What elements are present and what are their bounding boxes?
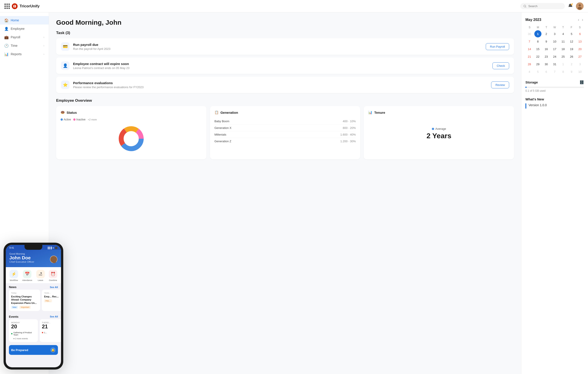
calendar-day[interactable]: 22 (534, 53, 541, 60)
calendar-day[interactable]: 8 (534, 38, 541, 45)
notification-bell[interactable] (568, 3, 573, 9)
calendar-day[interactable]: 8 (559, 68, 567, 75)
calendar-day[interactable]: 4 (559, 30, 567, 37)
phone-greeting: Good Morning (9, 252, 57, 255)
calendar-day[interactable]: 2 (543, 30, 550, 37)
generation-card-title: 📋 Generation (214, 110, 356, 114)
calendar-day[interactable]: 7 (551, 68, 558, 75)
sidebar-item-time[interactable]: 🕐 Time › (0, 42, 49, 50)
calendar-nav: ‹ › (577, 17, 584, 23)
workflow-icon: ⚡ (10, 270, 18, 278)
phone-icon-leave[interactable]: 🏖 Leave (36, 270, 45, 281)
be-prepared-button[interactable]: Be Prepared 🔔 (9, 345, 58, 355)
phone-icon-workflow[interactable]: ⚡ Workflow (10, 270, 18, 281)
event-item-1: 1... (42, 331, 61, 334)
whats-new-item: Version 1.0.0 (525, 103, 584, 109)
calendar-next-button[interactable]: › (581, 17, 584, 23)
sidebar-item-payroll[interactable]: 💼 Payroll › (0, 33, 49, 42)
calendar-day[interactable]: 27 (577, 53, 584, 60)
generation-rows: Baby Boom400 · 10%Generation X800 · 20%M… (214, 118, 356, 145)
event-card-monday: MONDAY 20 Gathering of Product Team ● 2 … (9, 319, 38, 342)
calendar-day[interactable]: 30 (543, 61, 550, 68)
events-see-all[interactable]: See All (50, 315, 58, 318)
tenure-label: Average (432, 127, 446, 130)
review-button[interactable]: Review (491, 82, 509, 88)
calendar-day[interactable]: 6 (543, 68, 550, 75)
calendar-day[interactable]: 6 (577, 30, 584, 37)
sidebar-item-home[interactable]: 🏠 Home (0, 16, 49, 24)
calendar-day[interactable]: 26 (568, 53, 575, 60)
calendar-day[interactable]: 21 (526, 53, 533, 60)
user-avatar[interactable] (576, 2, 584, 10)
phone-events-header: Events See All (6, 313, 61, 319)
calendar-day[interactable]: 31 (551, 61, 558, 68)
sidebar-item-employee[interactable]: 👤 Employee (0, 24, 49, 33)
more-events: ● 2 more events (11, 337, 36, 340)
status-legend: Active Inactive +2 more (61, 118, 202, 121)
run-payroll-button[interactable]: Run Payroll (486, 43, 509, 50)
calendar-day[interactable]: 12 (568, 38, 575, 45)
calendar-day[interactable]: 11 (559, 38, 567, 45)
calendar-day[interactable]: 14 (526, 45, 533, 52)
calendar-day[interactable]: 19 (568, 45, 575, 52)
calendar-day[interactable]: 20 (577, 45, 584, 52)
svg-point-11 (53, 258, 55, 260)
calendar-day[interactable]: 4 (526, 68, 533, 75)
calendar-day[interactable]: 23 (543, 53, 550, 60)
storage-bar (525, 87, 584, 88)
event-card-tuesday: TUESD... 21 1... (40, 319, 61, 342)
event-dot-green (11, 333, 12, 334)
calendar-day[interactable]: 13 (577, 38, 584, 45)
calendar-day[interactable]: 3 (551, 30, 558, 37)
search-bar[interactable] (520, 3, 565, 9)
calendar-day[interactable]: 3 (577, 61, 584, 68)
calendar-day[interactable]: 9 (568, 68, 575, 75)
calendar-day[interactable]: 18 (559, 45, 567, 52)
chevron-right-icon: › (43, 36, 44, 39)
tenure-center: Average 2 Years (368, 118, 510, 149)
calendar-day[interactable]: 16 (543, 45, 550, 52)
bell-icon: 🔔 (50, 347, 56, 353)
search-input[interactable] (528, 4, 562, 8)
grid-menu-icon[interactable] (4, 4, 10, 9)
status-card: 🍩 Status Active Inactive +2 more (56, 106, 207, 159)
calendar-day[interactable]: 9 (543, 38, 550, 45)
calendar-day[interactable]: 30 (526, 30, 533, 37)
news-tags-1: New Important (11, 304, 38, 309)
storage-section: Storage 🗄️ 0.1 of 5 GB used (525, 80, 584, 92)
legend-active: Active (61, 118, 71, 121)
calendar-day[interactable]: 5 (534, 68, 541, 75)
storage-db-icon: 🗄️ (579, 80, 584, 84)
sidebar-item-reports[interactable]: 📊 Reports › (0, 50, 49, 58)
phone-icon-overtime[interactable]: ⏰ Overtime (49, 270, 57, 281)
version-text: Version 1.0.0 (528, 103, 547, 107)
calendar-day[interactable]: 29 (534, 61, 541, 68)
task-card-performance: ⭐ Performance evaluations Please review … (56, 77, 514, 93)
check-button[interactable]: Check (493, 62, 509, 69)
phone-icon-attendance[interactable]: 📅 Attendance (22, 270, 32, 281)
search-icon (523, 5, 526, 8)
calendar-day[interactable]: 10 (577, 68, 584, 75)
app-layout: 🏠 Home 👤 Employee 💼 Payroll › 🕐 Time › 📊… (0, 12, 588, 374)
calendar-day[interactable]: 1 (559, 61, 567, 68)
gen-row: Generation X800 · 20% (214, 125, 356, 131)
calendar-day[interactable]: 25 (559, 53, 567, 60)
news-see-all[interactable]: See All (50, 286, 58, 289)
calendar-day[interactable]: 17 (551, 45, 558, 52)
calendar-day[interactable]: 15 (534, 45, 541, 52)
chevron-right-icon: › (43, 53, 44, 55)
time-icon: 🕐 (4, 44, 9, 48)
calendar-day[interactable]: 1 (534, 30, 541, 37)
calendar-day[interactable]: 5 (568, 30, 575, 37)
phone-avatar (50, 256, 57, 263)
storage-fill (525, 87, 526, 88)
mobile-phone-overlay: 9:41 ▐▐▐ ≋ ⬛ Good Morning John Doe Chief… (4, 243, 63, 370)
calendar-day[interactable]: 2 (568, 61, 575, 68)
tenure-card: 📊 Tenure Average 2 Years (364, 106, 514, 159)
calendar-day[interactable]: 7 (526, 38, 533, 45)
gen-row: Generation Z1.200 · 30% (214, 138, 356, 145)
calendar-day[interactable]: 10 (551, 38, 558, 45)
calendar-day[interactable]: 28 (526, 61, 533, 68)
calendar-day[interactable]: 24 (551, 53, 558, 60)
calendar-prev-button[interactable]: ‹ (577, 17, 580, 23)
